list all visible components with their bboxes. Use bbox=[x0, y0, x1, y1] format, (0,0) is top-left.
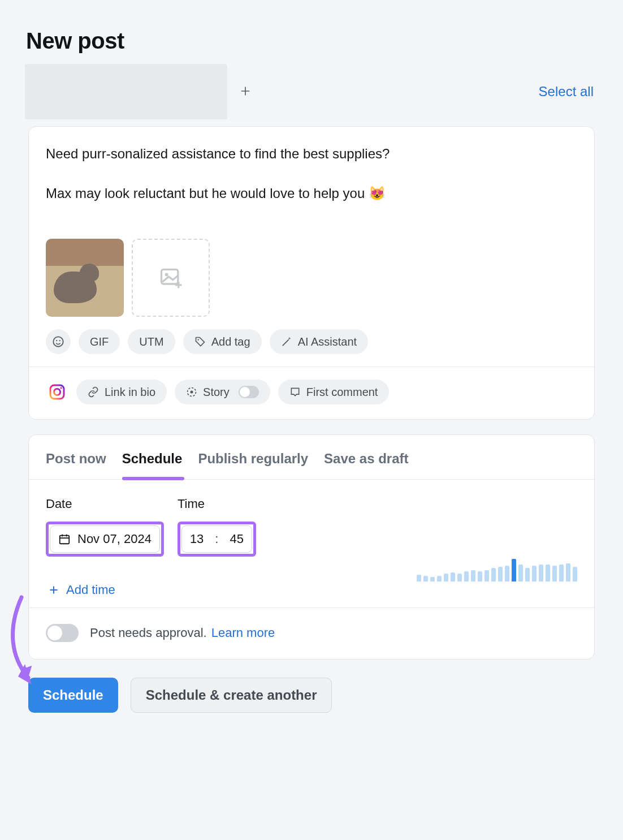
histogram-bar bbox=[552, 566, 557, 581]
histogram-bar bbox=[512, 559, 516, 581]
selected-channel-placeholder[interactable] bbox=[25, 64, 227, 119]
svg-point-8 bbox=[59, 340, 60, 341]
svg-point-6 bbox=[53, 337, 63, 346]
histogram-bar bbox=[505, 566, 509, 581]
emoji-button[interactable] bbox=[46, 329, 71, 354]
instagram-badge bbox=[46, 381, 68, 403]
histogram-bar bbox=[451, 572, 455, 581]
svg-point-14 bbox=[191, 391, 193, 394]
date-value: Nov 07, 2024 bbox=[77, 532, 152, 546]
add-time-button[interactable]: Add time bbox=[46, 579, 164, 601]
add-tag-label: Add tag bbox=[211, 335, 250, 348]
utm-button[interactable]: UTM bbox=[128, 329, 175, 354]
histogram-bar bbox=[478, 571, 482, 581]
activity-histogram bbox=[417, 558, 577, 581]
gif-button[interactable]: GIF bbox=[79, 329, 120, 354]
composer-card: Need purr-sonalized assistance to find t… bbox=[28, 126, 595, 420]
image-add-icon bbox=[158, 265, 183, 290]
schedule-tabs: Post now Schedule Publish regularly Save… bbox=[29, 435, 594, 480]
select-all-link[interactable]: Select all bbox=[539, 84, 595, 100]
story-toggle[interactable] bbox=[239, 386, 259, 398]
svg-point-11 bbox=[54, 389, 60, 395]
attached-image-thumbnail[interactable] bbox=[46, 239, 124, 317]
time-field-highlight: 13 : 45 bbox=[178, 522, 256, 557]
tab-schedule[interactable]: Schedule bbox=[122, 451, 183, 479]
histogram-bar bbox=[471, 570, 475, 581]
approval-toggle[interactable] bbox=[46, 624, 79, 642]
ai-assistant-label: AI Assistant bbox=[298, 335, 357, 348]
histogram-bar bbox=[518, 565, 523, 581]
first-comment-button[interactable]: First comment bbox=[278, 380, 390, 404]
time-hour: 13 bbox=[190, 532, 204, 546]
composer-footer: Link in bio Story First comment bbox=[29, 367, 594, 419]
approval-text: Post needs approval. bbox=[90, 626, 207, 640]
histogram-bar bbox=[417, 575, 421, 581]
ai-assistant-button[interactable]: AI Assistant bbox=[270, 329, 369, 354]
date-label: Date bbox=[46, 497, 164, 511]
calendar-icon bbox=[58, 533, 71, 545]
composer-tool-row: GIF UTM Add tag AI Assistant bbox=[46, 329, 577, 354]
story-label: Story bbox=[203, 386, 230, 399]
channel-selector-row: Select all bbox=[25, 64, 595, 119]
date-field-highlight: Nov 07, 2024 bbox=[46, 522, 164, 557]
schedule-create-another-button[interactable]: Schedule & create another bbox=[131, 678, 332, 713]
histogram-bar bbox=[464, 571, 469, 581]
post-text-line: Max may look reluctant but he would love… bbox=[46, 183, 577, 204]
svg-rect-10 bbox=[50, 385, 64, 399]
link-in-bio-button[interactable]: Link in bio bbox=[76, 380, 167, 404]
time-label: Time bbox=[178, 497, 256, 511]
histogram-bar bbox=[559, 565, 564, 581]
schedule-card: Post now Schedule Publish regularly Save… bbox=[28, 434, 595, 660]
histogram-bar bbox=[430, 577, 435, 581]
histogram-bar bbox=[444, 574, 448, 581]
post-text-line: Need purr-sonalized assistance to find t… bbox=[46, 144, 577, 164]
magic-wand-icon bbox=[281, 336, 292, 347]
histogram-bar bbox=[423, 576, 428, 581]
instagram-icon bbox=[48, 383, 66, 401]
schedule-body: Date Nov 07, 2024 Add time Time 13 : bbox=[29, 480, 594, 608]
svg-point-3 bbox=[165, 273, 168, 277]
histogram-bar bbox=[532, 566, 537, 581]
svg-point-12 bbox=[60, 387, 62, 389]
histogram-bar bbox=[539, 565, 543, 581]
histogram-bar bbox=[525, 568, 530, 581]
time-separator: : bbox=[210, 532, 223, 546]
histogram-bar bbox=[491, 568, 496, 581]
story-icon bbox=[186, 386, 197, 398]
media-row bbox=[46, 239, 577, 317]
comment-icon bbox=[289, 386, 301, 398]
svg-point-9 bbox=[197, 339, 198, 341]
histogram-bar bbox=[566, 563, 570, 581]
add-media-button[interactable] bbox=[132, 239, 210, 317]
annotation-arrow bbox=[5, 594, 44, 690]
histogram-bar bbox=[437, 576, 442, 581]
plus-icon bbox=[48, 584, 59, 596]
learn-more-link[interactable]: Learn more bbox=[211, 626, 275, 640]
link-icon bbox=[88, 386, 99, 398]
story-button[interactable]: Story bbox=[175, 380, 270, 404]
add-tag-button[interactable]: Add tag bbox=[183, 329, 262, 354]
date-input[interactable]: Nov 07, 2024 bbox=[50, 525, 160, 553]
histogram-bar bbox=[546, 565, 550, 581]
tab-publish-regularly[interactable]: Publish regularly bbox=[198, 451, 308, 479]
histogram-bar bbox=[484, 570, 489, 581]
first-comment-label: First comment bbox=[306, 386, 378, 399]
tab-save-draft[interactable]: Save as draft bbox=[324, 451, 408, 479]
emoji-icon bbox=[52, 335, 64, 348]
add-time-label: Add time bbox=[66, 583, 115, 597]
add-channel-button[interactable] bbox=[227, 83, 263, 101]
link-in-bio-label: Link in bio bbox=[105, 386, 155, 399]
action-row: Schedule Schedule & create another bbox=[28, 674, 595, 713]
approval-row: Post needs approval. Learn more bbox=[29, 608, 594, 659]
time-input[interactable]: 13 : 45 bbox=[181, 525, 252, 553]
tag-icon bbox=[194, 336, 206, 347]
svg-rect-15 bbox=[60, 536, 70, 544]
histogram-bar bbox=[457, 574, 462, 581]
histogram-bar bbox=[498, 567, 503, 581]
tab-post-now[interactable]: Post now bbox=[46, 451, 106, 479]
page-title: New post bbox=[26, 28, 595, 54]
svg-point-7 bbox=[56, 340, 57, 341]
time-minute: 45 bbox=[230, 532, 243, 546]
post-textarea[interactable]: Need purr-sonalized assistance to find t… bbox=[46, 144, 577, 204]
histogram-bar bbox=[573, 567, 577, 581]
